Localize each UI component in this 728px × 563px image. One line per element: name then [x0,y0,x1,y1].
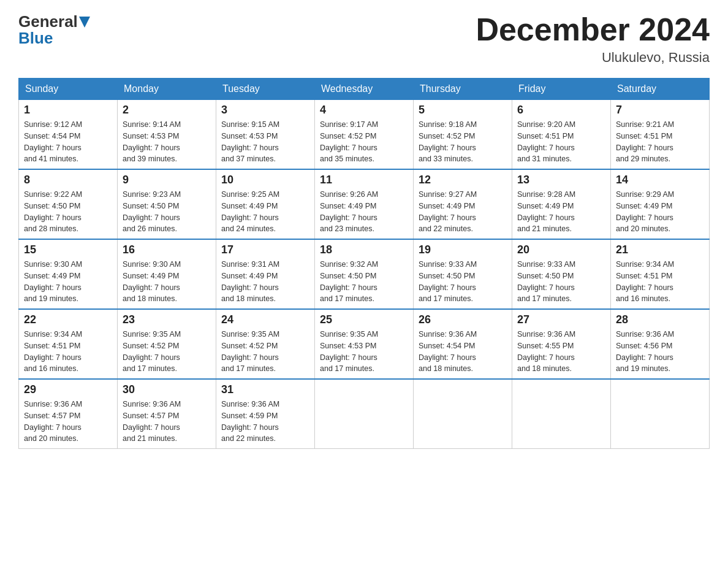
day-number: 29 [24,383,112,396]
col-monday: Monday [118,79,216,100]
day-info: Sunrise: 9:21 AMSunset: 4:51 PMDaylight:… [616,119,704,165]
day-number: 5 [419,104,507,117]
day-number: 25 [320,313,408,326]
table-row: 9Sunrise: 9:23 AMSunset: 4:50 PMDaylight… [118,169,216,239]
table-row: 4Sunrise: 9:17 AMSunset: 4:52 PMDaylight… [315,100,414,170]
col-saturday: Saturday [611,79,710,100]
day-info: Sunrise: 9:30 AMSunset: 4:49 PMDaylight:… [123,259,211,305]
day-info: Sunrise: 9:34 AMSunset: 4:51 PMDaylight:… [616,259,704,305]
day-number: 2 [123,104,211,117]
day-number: 21 [616,243,704,256]
table-row: 6Sunrise: 9:20 AMSunset: 4:51 PMDaylight… [512,100,611,170]
day-number: 20 [517,243,605,256]
day-info: Sunrise: 9:17 AMSunset: 4:52 PMDaylight:… [320,119,408,165]
day-number: 1 [24,104,112,117]
day-info: Sunrise: 9:23 AMSunset: 4:50 PMDaylight:… [123,189,211,235]
calendar-week-5: 29Sunrise: 9:36 AMSunset: 4:57 PMDayligh… [19,379,710,449]
day-info: Sunrise: 9:15 AMSunset: 4:53 PMDaylight:… [221,119,309,165]
col-sunday: Sunday [19,79,118,100]
table-row: 11Sunrise: 9:26 AMSunset: 4:49 PMDayligh… [315,169,414,239]
day-info: Sunrise: 9:22 AMSunset: 4:50 PMDaylight:… [24,189,112,235]
day-number: 15 [24,243,112,256]
table-row: 5Sunrise: 9:18 AMSunset: 4:52 PMDaylight… [414,100,512,170]
calendar-header-row: Sunday Monday Tuesday Wednesday Thursday… [19,79,710,100]
day-info: Sunrise: 9:36 AMSunset: 4:56 PMDaylight:… [616,329,704,375]
day-number: 22 [24,313,112,326]
table-row: 19Sunrise: 9:33 AMSunset: 4:50 PMDayligh… [414,239,512,309]
col-tuesday: Tuesday [216,79,315,100]
day-info: Sunrise: 9:36 AMSunset: 4:54 PMDaylight:… [419,329,507,375]
svg-marker-0 [79,17,90,28]
logo-blue-text: Blue [18,29,90,48]
table-row [414,379,512,449]
day-info: Sunrise: 9:20 AMSunset: 4:51 PMDaylight:… [517,119,605,165]
day-number: 30 [123,383,211,396]
calendar-week-3: 15Sunrise: 9:30 AMSunset: 4:49 PMDayligh… [19,239,710,309]
day-number: 27 [517,313,605,326]
day-number: 26 [419,313,507,326]
day-number: 4 [320,104,408,117]
day-info: Sunrise: 9:28 AMSunset: 4:49 PMDaylight:… [517,189,605,235]
table-row: 2Sunrise: 9:14 AMSunset: 4:53 PMDaylight… [118,100,216,170]
day-number: 10 [221,174,309,186]
day-info: Sunrise: 9:18 AMSunset: 4:52 PMDaylight:… [419,119,507,165]
table-row: 1Sunrise: 9:12 AMSunset: 4:54 PMDaylight… [19,100,118,170]
day-number: 17 [221,243,309,256]
day-info: Sunrise: 9:29 AMSunset: 4:49 PMDaylight:… [616,189,704,235]
table-row: 29Sunrise: 9:36 AMSunset: 4:57 PMDayligh… [19,379,118,449]
table-row: 23Sunrise: 9:35 AMSunset: 4:52 PMDayligh… [118,309,216,379]
day-number: 8 [24,174,112,186]
day-number: 7 [616,104,704,117]
table-row [611,379,710,449]
page-header: General Blue December 2024 Ulukulevo, Ru… [18,12,710,66]
col-thursday: Thursday [414,79,512,100]
day-info: Sunrise: 9:33 AMSunset: 4:50 PMDaylight:… [419,259,507,305]
table-row: 27Sunrise: 9:36 AMSunset: 4:55 PMDayligh… [512,309,611,379]
day-info: Sunrise: 9:30 AMSunset: 4:49 PMDaylight:… [24,259,112,305]
table-row: 12Sunrise: 9:27 AMSunset: 4:49 PMDayligh… [414,169,512,239]
day-info: Sunrise: 9:26 AMSunset: 4:49 PMDaylight:… [320,189,408,235]
table-row: 28Sunrise: 9:36 AMSunset: 4:56 PMDayligh… [611,309,710,379]
col-friday: Friday [512,79,611,100]
table-row: 3Sunrise: 9:15 AMSunset: 4:53 PMDaylight… [216,100,315,170]
col-wednesday: Wednesday [315,79,414,100]
table-row: 14Sunrise: 9:29 AMSunset: 4:49 PMDayligh… [611,169,710,239]
day-number: 28 [616,313,704,326]
calendar-table: Sunday Monday Tuesday Wednesday Thursday… [18,78,710,449]
calendar-week-1: 1Sunrise: 9:12 AMSunset: 4:54 PMDaylight… [19,100,710,170]
logo-arrow-icon [79,17,90,29]
day-info: Sunrise: 9:35 AMSunset: 4:52 PMDaylight:… [221,329,309,375]
day-number: 9 [123,174,211,186]
day-info: Sunrise: 9:25 AMSunset: 4:49 PMDaylight:… [221,189,309,235]
location-text: Ulukulevo, Russia [476,50,710,66]
table-row: 8Sunrise: 9:22 AMSunset: 4:50 PMDaylight… [19,169,118,239]
month-title: December 2024 [476,12,710,47]
day-number: 24 [221,313,309,326]
day-info: Sunrise: 9:33 AMSunset: 4:50 PMDaylight:… [517,259,605,305]
table-row: 22Sunrise: 9:34 AMSunset: 4:51 PMDayligh… [19,309,118,379]
table-row: 13Sunrise: 9:28 AMSunset: 4:49 PMDayligh… [512,169,611,239]
day-number: 11 [320,174,408,186]
table-row: 20Sunrise: 9:33 AMSunset: 4:50 PMDayligh… [512,239,611,309]
calendar-week-4: 22Sunrise: 9:34 AMSunset: 4:51 PMDayligh… [19,309,710,379]
table-row: 31Sunrise: 9:36 AMSunset: 4:59 PMDayligh… [216,379,315,449]
logo: General Blue [18,12,90,48]
day-number: 14 [616,174,704,186]
day-info: Sunrise: 9:34 AMSunset: 4:51 PMDaylight:… [24,329,112,375]
day-number: 16 [123,243,211,256]
day-number: 19 [419,243,507,256]
day-number: 18 [320,243,408,256]
table-row: 17Sunrise: 9:31 AMSunset: 4:49 PMDayligh… [216,239,315,309]
day-number: 12 [419,174,507,186]
table-row: 10Sunrise: 9:25 AMSunset: 4:49 PMDayligh… [216,169,315,239]
title-section: December 2024 Ulukulevo, Russia [476,12,710,66]
day-number: 31 [221,383,309,396]
day-info: Sunrise: 9:35 AMSunset: 4:52 PMDaylight:… [123,329,211,375]
table-row: 26Sunrise: 9:36 AMSunset: 4:54 PMDayligh… [414,309,512,379]
day-number: 13 [517,174,605,186]
day-info: Sunrise: 9:12 AMSunset: 4:54 PMDaylight:… [24,119,112,165]
table-row: 21Sunrise: 9:34 AMSunset: 4:51 PMDayligh… [611,239,710,309]
day-info: Sunrise: 9:14 AMSunset: 4:53 PMDaylight:… [123,119,211,165]
table-row [512,379,611,449]
table-row: 16Sunrise: 9:30 AMSunset: 4:49 PMDayligh… [118,239,216,309]
